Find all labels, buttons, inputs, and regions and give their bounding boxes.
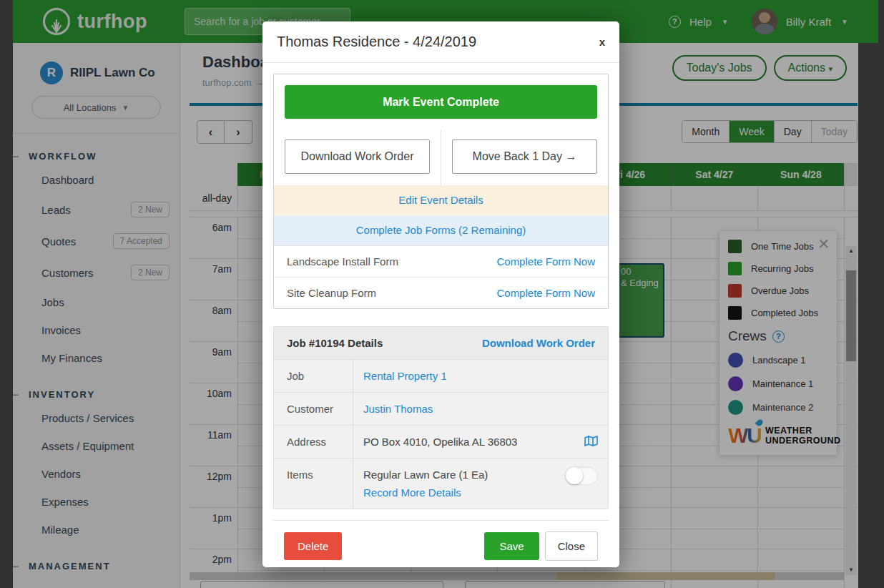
toggle-knob: [566, 467, 583, 484]
event-modal: Thomas Residence - 4/24/2019 x Mark Even…: [262, 21, 619, 567]
move-back-button[interactable]: Move Back 1 Day →: [452, 139, 597, 174]
save-button[interactable]: Save: [484, 532, 539, 560]
complete-forms-row[interactable]: Complete Job Forms (2 Remaining): [274, 215, 608, 245]
modal-title: Thomas Residence - 4/24/2019: [277, 34, 476, 50]
download-work-order-link[interactable]: Download Work Order: [482, 337, 595, 349]
edit-event-link[interactable]: Edit Event Details: [398, 194, 483, 206]
address-row: Address PO Box 4010, Opelika AL 36803: [274, 425, 608, 458]
form-name: Landscape Install Form: [287, 255, 398, 268]
form-row-landscape-install: Landscape Install Form Complete Form Now: [274, 245, 608, 277]
item-toggle[interactable]: [565, 466, 598, 485]
customer-row: Customer Justin Thomas: [274, 392, 608, 425]
row-label: Items: [274, 459, 353, 509]
edit-event-row[interactable]: Edit Event Details: [274, 185, 608, 215]
row-label: Job: [274, 360, 353, 392]
form-row-site-cleanup: Site Cleanup Form Complete Form Now: [274, 277, 608, 308]
complete-form-now-link[interactable]: Complete Form Now: [496, 255, 595, 268]
close-button[interactable]: Close: [545, 531, 598, 561]
close-icon[interactable]: x: [599, 36, 605, 47]
item-value: Regular Lawn Care (1 Ea): [363, 469, 488, 481]
job-row: Job Rental Property 1: [274, 359, 608, 392]
row-label: Customer: [274, 393, 353, 425]
address-value: PO Box 4010, Opelika AL 36803: [363, 436, 517, 448]
row-label: Address: [274, 426, 353, 458]
form-name: Site Cleanup Form: [287, 287, 376, 299]
job-details-header: Job #10194 Details: [287, 337, 383, 349]
customer-link[interactable]: Justin Thomas: [363, 403, 433, 415]
complete-forms-link[interactable]: Complete Job Forms (2 Remaining): [356, 224, 526, 236]
event-actions-box: Mark Event Complete Download Work Order …: [273, 74, 609, 309]
map-icon[interactable]: [584, 436, 598, 449]
job-link[interactable]: Rental Property 1: [363, 370, 447, 382]
items-row: Items Regular Lawn Care (1 Ea) Record Mo…: [274, 458, 608, 509]
mark-event-complete-button[interactable]: Mark Event Complete: [285, 85, 597, 119]
record-more-details-link[interactable]: Record More Details: [363, 486, 461, 499]
job-details-box: Job #10194 Details Download Work Order J…: [273, 326, 609, 509]
download-work-order-button[interactable]: Download Work Order: [285, 139, 430, 174]
complete-form-now-link[interactable]: Complete Form Now: [496, 287, 595, 299]
delete-button[interactable]: Delete: [284, 532, 342, 560]
